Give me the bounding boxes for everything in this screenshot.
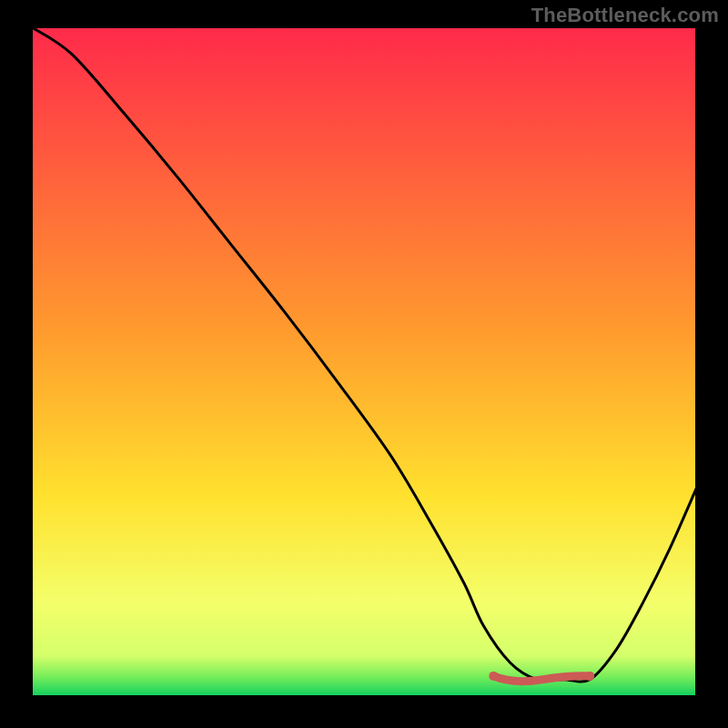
watermark-text: TheBottleneck.com [531, 4, 719, 27]
chart-frame: TheBottleneck.com [0, 0, 728, 728]
plot-background [32, 27, 696, 696]
optimal-range-start-dot [489, 672, 498, 681]
optimal-range-end-dot [585, 672, 594, 681]
bottleneck-chart [0, 0, 728, 728]
